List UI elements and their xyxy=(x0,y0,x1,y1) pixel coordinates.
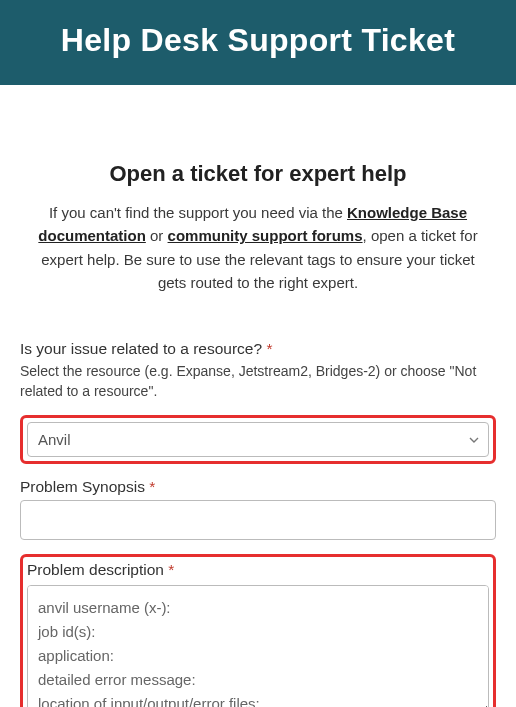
intro-pre: If you can't find the support you need v… xyxy=(49,204,347,221)
synopsis-label: Problem Synopsis * xyxy=(20,478,496,496)
synopsis-label-text: Problem Synopsis xyxy=(20,478,145,495)
link-community-forums[interactable]: community support forums xyxy=(168,227,363,244)
content: Open a ticket for expert help If you can… xyxy=(0,85,516,707)
resource-helper: Select the resource (e.g. Expanse, Jetst… xyxy=(20,362,496,401)
required-marker: * xyxy=(266,340,272,357)
description-textarea[interactable] xyxy=(27,585,489,707)
required-marker: * xyxy=(168,561,174,578)
description-label: Problem description * xyxy=(27,561,489,579)
resource-label: Is your issue related to a resource? * xyxy=(20,340,496,358)
intro-text: If you can't find the support you need v… xyxy=(28,201,488,294)
resource-label-text: Is your issue related to a resource? xyxy=(20,340,262,357)
section-heading: Open a ticket for expert help xyxy=(20,161,496,187)
field-resource: Is your issue related to a resource? * S… xyxy=(20,340,496,401)
field-synopsis: Problem Synopsis * xyxy=(20,478,496,540)
required-marker: * xyxy=(149,478,155,495)
description-label-text: Problem description xyxy=(27,561,164,578)
description-highlight: Problem description * xyxy=(20,554,496,707)
page-banner: Help Desk Support Ticket xyxy=(0,0,516,85)
resource-highlight: Anvil xyxy=(20,415,496,464)
intro-mid: or xyxy=(146,227,168,244)
page-title: Help Desk Support Ticket xyxy=(10,22,506,59)
synopsis-input[interactable] xyxy=(20,500,496,540)
resource-select-wrap: Anvil xyxy=(27,422,489,457)
resource-select[interactable]: Anvil xyxy=(27,422,489,457)
